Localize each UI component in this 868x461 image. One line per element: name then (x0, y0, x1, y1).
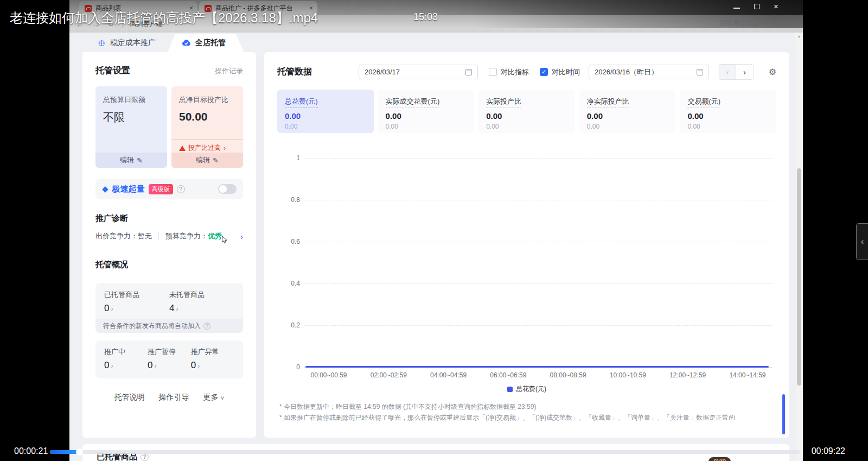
y-axis-tick: 0.4 (280, 280, 300, 287)
hosted-count[interactable]: 已托管商品 0› (104, 290, 169, 314)
metric-label: 净实际投产比 (587, 97, 629, 108)
auto-join-note: 符合条件的新发布商品将自动加入 ? (95, 319, 243, 333)
metric-value: 0.00 (386, 111, 467, 121)
warning-icon (179, 146, 186, 151)
help-icon[interactable]: ? (203, 323, 210, 330)
section-title: 推广诊断 (95, 213, 243, 224)
panel-title: 托管数据 (277, 66, 312, 78)
metric-net-actual-roi[interactable]: 净实际投产比 0.00 0.00 (579, 90, 676, 133)
more-link[interactable]: 更多 ∨ (203, 393, 224, 402)
target-roi-card: 总净目标投产比 50.00 投产比过高 › 编辑 ✎ (171, 86, 243, 168)
hosting-data-panel: 托管数据 2026/03/17 对比指标 ✓ 对比时间 2026/03/16（昨… (264, 52, 789, 438)
chevron-right-icon: › (111, 305, 113, 313)
panel-scrollbar-thumb[interactable] (782, 394, 785, 434)
boost-toggle[interactable] (218, 184, 237, 194)
scroll-up-arrow-icon[interactable]: ▲ (796, 34, 802, 38)
tab-full-store-hosting[interactable]: 全店托管 (168, 34, 244, 52)
tab-label: 稳定成本推广 (110, 38, 156, 48)
data-footnotes: * 今日数据更新中；昨日截至 14:59 的数据 (其中不支持小时级查询的指标数… (279, 401, 776, 423)
minimize-icon[interactable] (733, 4, 740, 9)
compare-time-option[interactable]: ✓ 对比时间 (540, 67, 580, 77)
screen-recording: 商品列表 × 商品推广 - 拼多多推广平台 × ← → ↻ 回到客户端 稳定成本… (69, 0, 803, 461)
edit-budget-button[interactable]: 编辑 ✎ (95, 153, 167, 168)
stat-value: 0 (104, 303, 109, 313)
panel-title: 托管设置 (95, 65, 130, 77)
calendar-icon (697, 69, 703, 75)
unhosted-count[interactable]: 未托管商品 4› (169, 290, 234, 314)
stat-label: 推广暂停 (148, 347, 191, 357)
metric-value: 0.00 (486, 111, 567, 121)
chevron-right-icon: › (197, 362, 200, 370)
page-content: 稳定成本推广 全店托管 托管设置 操作记录 总预算日限额 不限 (69, 33, 803, 461)
advanced-badge: 高级版 (149, 184, 173, 194)
card-value: 不限 (103, 110, 159, 125)
metric-total-spend[interactable]: 总花费(元) 0.00 0.00 (277, 90, 374, 133)
metric-compare-value: 0.00 (687, 123, 769, 130)
state-abnormal[interactable]: 推广异常 0› (191, 347, 234, 371)
prev-day-button[interactable]: ‹ (719, 65, 736, 79)
help-icon[interactable]: ? (177, 185, 185, 193)
total-duration: 00:09:22 (812, 446, 845, 456)
edit-icon: ✎ (137, 156, 143, 165)
metric-value: 0.00 (285, 111, 366, 121)
state-paused[interactable]: 推广暂停 0› (148, 347, 191, 371)
chevron-down-icon: ∨ (220, 395, 224, 401)
metric-label: 总花费(元) (285, 97, 318, 108)
hosting-settings-panel: 托管设置 操作记录 总预算日限额 不限 编辑 ✎ 总净目标投产比 50.00 (82, 52, 256, 438)
chevron-right-icon[interactable]: › (240, 232, 243, 241)
x-axis-tick: 06:00~06:59 (484, 371, 533, 379)
video-title: 老连接如何加入全店托管的高投产【2026.3.18】.mp4 (10, 9, 318, 27)
footnote: * 如果推广在暂停或删除前已经获得了曝光，那么在暂停或重建后展示「(净)交易额」… (279, 412, 776, 423)
scrollbar-thumb[interactable] (797, 168, 801, 386)
close-icon[interactable]: × (774, 2, 778, 10)
x-axis-tick: 00:00~00:59 (304, 371, 353, 379)
y-axis-tick: 0 (280, 363, 300, 371)
chevron-right-icon: › (176, 305, 178, 313)
rapid-boost-row: ◆ 极速起量 高级版 ? (95, 179, 243, 199)
more-label: 更多 (203, 393, 218, 401)
metric-label: 实际投产比 (486, 97, 521, 108)
boost-name: 极速起量 (112, 184, 145, 194)
compare-metric-option[interactable]: 对比指标 (489, 67, 529, 77)
date-picker-compare[interactable]: 2026/03/16（昨日） (589, 65, 709, 79)
spend-line-chart: 1 0.8 0.6 0.4 0.2 0 (304, 158, 772, 367)
operation-history-link[interactable]: 操作记录 (215, 66, 243, 76)
next-day-button[interactable]: › (736, 65, 753, 79)
card-value: 50.00 (179, 110, 235, 123)
metric-actual-transaction-spend[interactable]: 实际成交花费(元) 0.00 0.00 (378, 90, 475, 133)
promotion-states-box: 推广中 0› 推广暂停 0› 推广异常 0› (95, 340, 243, 378)
hosting-guide-link[interactable]: 托管说明 (114, 393, 144, 402)
metric-compare-value: 0.00 (587, 123, 668, 130)
x-axis-tick: 02:00~02:59 (364, 371, 413, 379)
cloud-check-icon (182, 39, 191, 48)
metric-actual-roi[interactable]: 实际投产比 0.00 0.00 (478, 90, 575, 133)
checkbox-checked[interactable]: ✓ (540, 68, 548, 76)
chart-legend: 总花费(元) (277, 384, 776, 394)
date-picker-primary[interactable]: 2026/03/17 (359, 65, 478, 79)
seek-bar[interactable] (50, 450, 800, 454)
gear-icon[interactable]: ⚙ (769, 67, 776, 77)
edit-roi-button[interactable]: 编辑 ✎ (171, 153, 243, 168)
y-axis-tick: 0.6 (280, 238, 300, 245)
y-axis-tick: 0.2 (280, 321, 300, 329)
stat-label: 推广中 (104, 347, 148, 357)
collapse-icon: ‹ (861, 236, 864, 247)
diagnosis-row[interactable]: 出价竞争力： 暂无 预算竞争力： 优秀 › (95, 231, 243, 241)
operation-guide-link[interactable]: 操作引导 (158, 393, 189, 402)
tab-stable-cost-promotion[interactable]: 稳定成本推广 (86, 34, 168, 52)
maximize-icon[interactable] (754, 4, 760, 9)
state-running[interactable]: 推广中 0› (104, 347, 148, 371)
sidebar-collapse-handle[interactable]: ‹ (856, 223, 868, 260)
metric-compare-value: 0.00 (386, 123, 467, 130)
help-icon[interactable]: ? (141, 453, 149, 461)
roi-too-high-warning[interactable]: 投产比过高 › (171, 139, 243, 153)
browser-scrollbar[interactable]: ▲ (796, 33, 802, 461)
checkbox-unchecked[interactable] (489, 68, 497, 76)
stat-label: 未托管商品 (169, 290, 234, 300)
warning-text: 投产比过高 (188, 143, 221, 153)
stat-value: 0 (191, 360, 196, 370)
diamond-icon: ◆ (102, 184, 108, 194)
edit-icon: ✎ (213, 156, 219, 165)
metric-transaction-amount[interactable]: 交易额(元) 0.00 0.00 (680, 90, 776, 133)
budget-competitiveness-label: 预算竞争力： (165, 231, 208, 241)
